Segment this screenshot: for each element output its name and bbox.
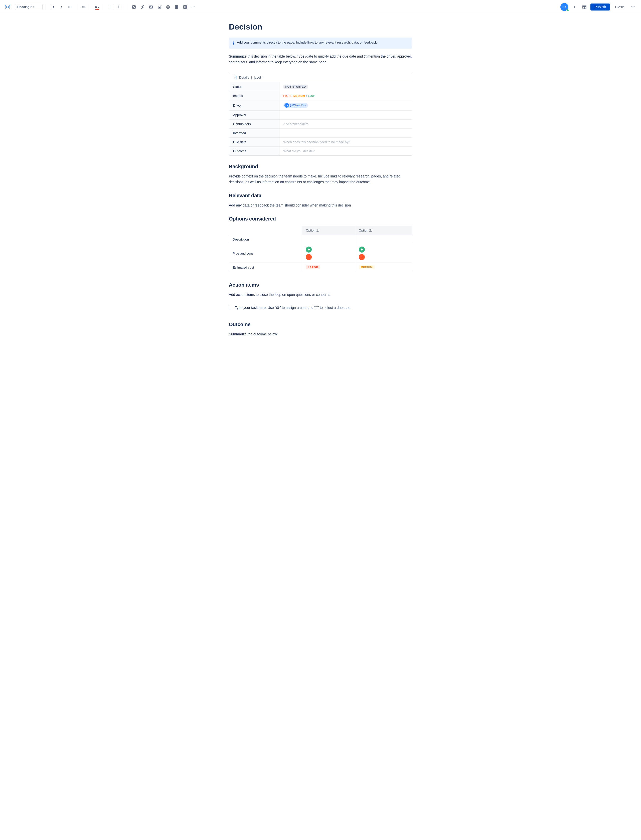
row-label-informed: Informed (229, 128, 279, 138)
driver-mention[interactable]: CK @Chan Kim (283, 103, 308, 108)
plus-icon-opt1: + (306, 247, 312, 252)
options-description-opt2[interactable] (355, 235, 412, 244)
row-value-approver[interactable] (279, 111, 412, 120)
outcome-heading: Outcome (229, 322, 412, 328)
bold-button[interactable]: B (49, 3, 57, 11)
row-value-impact[interactable]: HIGH / MEDIUM / LOW (279, 92, 412, 100)
link-icon (140, 5, 145, 9)
heading-label: Heading 2 (17, 5, 32, 9)
row-label-status: Status (229, 82, 279, 92)
row-value-outcome-detail[interactable]: What did you decide? (279, 147, 412, 156)
emoji-button[interactable] (164, 3, 172, 11)
intro-text: Summarize this decision in the table bel… (229, 53, 412, 65)
svg-text:@: @ (161, 5, 161, 6)
options-cost-opt2[interactable]: MEDIUM (355, 263, 412, 272)
page-title[interactable]: Decision (229, 22, 412, 32)
cost-badge-large: LARGE (306, 265, 320, 269)
details-header-label: Details (239, 75, 249, 79)
table-row: Status NOT STARTED (229, 82, 412, 92)
svg-point-2 (110, 6, 110, 7)
options-table: Option 1: Option 2: Description Pros and… (229, 226, 412, 272)
table-button[interactable] (172, 3, 180, 11)
options-proscons-label: Pros and cons (229, 244, 302, 263)
relevant-data-heading: Relevant data (229, 193, 412, 199)
duedate-placeholder: When does this decision need to be made … (283, 140, 350, 144)
close-button[interactable]: Close (612, 3, 627, 11)
italic-button[interactable]: I (57, 3, 65, 11)
row-value-duedate[interactable]: When does this decision need to be made … (279, 138, 412, 147)
mention-button[interactable]: @ (156, 3, 164, 11)
add-user-button[interactable]: + (570, 3, 578, 11)
row-value-status[interactable]: NOT STARTED (279, 82, 412, 92)
align-chevron-icon: ▾ (84, 6, 85, 8)
minus-icon-opt2: − (359, 254, 365, 260)
align-button[interactable]: ≡ ▾ (80, 3, 87, 11)
details-header-sep: | (251, 75, 252, 79)
options-proscons-opt1[interactable]: + − (302, 244, 355, 263)
content-area: Decision ℹ Add your comments directly to… (223, 14, 418, 363)
svg-rect-11 (119, 8, 121, 8)
svg-rect-12 (132, 5, 135, 8)
options-proscons-opt2[interactable]: + − (355, 244, 412, 263)
avatar-initials: CK (562, 5, 566, 8)
row-value-contributors[interactable]: Add stakeholders (279, 120, 412, 128)
template-icon (582, 5, 587, 9)
user-avatar-button[interactable]: CK (560, 3, 569, 11)
row-label-approver: Approver (229, 111, 279, 120)
contributors-placeholder: Add stakeholders (283, 122, 308, 126)
options-description-opt1[interactable] (302, 235, 355, 244)
task-button[interactable] (130, 3, 138, 11)
row-value-informed[interactable] (279, 128, 412, 138)
logo[interactable] (4, 3, 11, 11)
options-cost-opt1[interactable]: LARGE (302, 263, 355, 272)
info-banner: ℹ Add your comments directly to the page… (229, 37, 412, 48)
impact-medium: MEDIUM (293, 94, 305, 97)
media-button[interactable] (147, 3, 155, 11)
insert-more-button[interactable]: + ▾ (190, 3, 196, 11)
text-color-bar (95, 9, 99, 10)
table-row: Impact HIGH / MEDIUM / LOW (229, 92, 412, 100)
background-text[interactable]: Provide context on the decision the team… (229, 173, 412, 185)
impact-low: LOW (308, 94, 315, 97)
text-color-chevron-icon: ▾ (98, 6, 100, 9)
heading-selector[interactable]: Heading 2 ▾ (15, 4, 43, 10)
link-button[interactable] (139, 3, 147, 11)
relevant-data-text[interactable]: Add any data or feedback the team should… (229, 202, 412, 208)
driver-avatar: CK (285, 103, 289, 108)
info-banner-text: Add your comments directly to the page. … (237, 40, 378, 44)
background-heading: Background (229, 164, 412, 170)
options-col-1: Option 1: (302, 226, 355, 235)
row-label-outcome-detail: Outcome (229, 147, 279, 156)
row-label-impact: Impact (229, 92, 279, 100)
insert-group: @ + ▾ (130, 3, 196, 11)
task-checkbox[interactable] (229, 306, 232, 309)
task-item[interactable]: Type your task here. Use "@" to assign a… (229, 304, 412, 312)
template-button[interactable] (580, 3, 588, 11)
table-row: Description (229, 235, 412, 244)
task-icon (132, 5, 136, 9)
avatar-online-badge (566, 9, 569, 11)
heading-chevron-icon: ▾ (33, 5, 34, 8)
details-header-icon: 📄 (233, 75, 237, 79)
columns-button[interactable] (181, 3, 189, 11)
more-format-button[interactable]: ••• (66, 3, 74, 11)
svg-point-18 (167, 6, 168, 7)
add-user-icon: + (573, 5, 576, 9)
action-items-heading: Action items (229, 282, 412, 289)
row-value-driver[interactable]: CK @Chan Kim (279, 100, 412, 111)
driver-name: @Chan Kim (290, 104, 306, 107)
list-group: 1. 2. 3. (107, 3, 124, 11)
table-row: Outcome What did you decide? (229, 147, 412, 156)
more-options-button[interactable]: ••• (629, 3, 637, 11)
action-items-text: Add action items to close the loop on op… (229, 292, 412, 297)
numbered-list-button[interactable]: 1. 2. 3. (116, 3, 124, 11)
outcome-text[interactable]: Summarize the outcome below (229, 331, 412, 337)
bullet-list-button[interactable] (107, 3, 115, 11)
more-options-icon: ••• (631, 5, 635, 9)
table-icon (174, 5, 179, 9)
align-icon: ≡ (82, 5, 84, 9)
publish-button[interactable]: Publish (590, 3, 610, 11)
text-color-icon: A (95, 5, 97, 9)
text-color-button[interactable]: A ▾ (93, 3, 101, 11)
task-placeholder[interactable]: Type your task here. Use "@" to assign a… (235, 306, 351, 310)
